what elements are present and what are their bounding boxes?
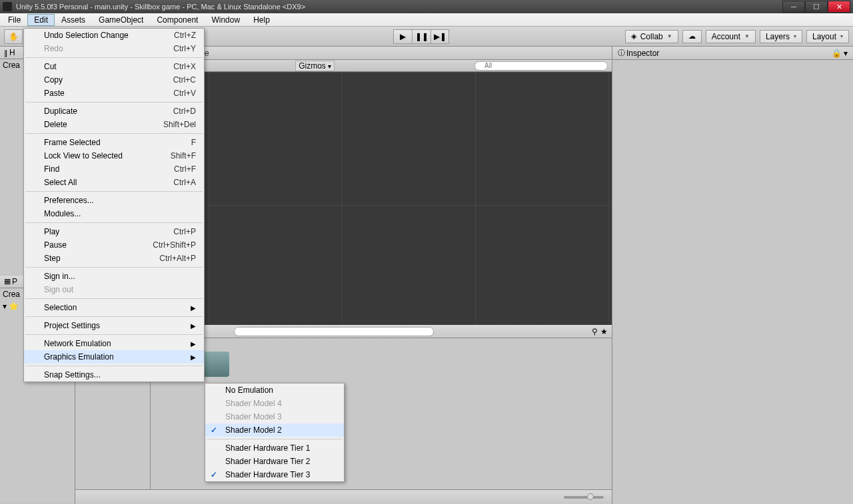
menu-help[interactable]: Help — [247, 14, 277, 26]
menu-assets[interactable]: Assets — [55, 14, 92, 26]
menu-item-network-emulation[interactable]: Network Emulation▶ — [24, 337, 204, 350]
gizmos-dropdown[interactable]: Gizmos ▾ — [295, 61, 334, 71]
edit-dropdown: Undo Selection ChangeCtrl+ZRedoCtrl+YCut… — [23, 28, 205, 382]
project-tab-label: P — [12, 277, 17, 286]
menu-item-paste[interactable]: PasteCtrl+V — [24, 87, 204, 100]
favorite-icon[interactable]: ★ — [600, 327, 608, 336]
inspector-tab[interactable]: ⓘ Inspector🔒 ▾ — [612, 47, 853, 60]
menu-item-pause[interactable]: PauseCtrl+Shift+P — [24, 238, 204, 252]
layers-label: Layers — [766, 32, 790, 41]
cloud-button[interactable]: ☁ — [682, 30, 702, 43]
lock-icon[interactable]: 🔒 ▾ — [832, 49, 848, 58]
close-button[interactable]: ✕ — [828, 1, 850, 13]
pause-button[interactable]: ❚❚ — [412, 29, 430, 44]
graphics-emulation-submenu: No EmulationShader Model 4Shader Model 3… — [205, 383, 345, 482]
inspector-label: Inspector — [626, 49, 659, 58]
menu-edit[interactable]: Edit — [27, 14, 55, 26]
submenu-item-shader-hardware-tier-2[interactable]: Shader Hardware Tier 2 — [205, 455, 344, 468]
menu-item-step[interactable]: StepCtrl+Alt+P — [24, 252, 204, 265]
project-footer — [75, 489, 612, 504]
menu-item-preferences-[interactable]: Preferences... — [24, 194, 204, 207]
hierarchy-tab-label: H — [9, 48, 15, 57]
toolbar-right: ◈ Collab ▼ ☁ Account ▼ Layers ▾ Layout ▾ — [625, 30, 849, 43]
account-label: Account — [712, 32, 740, 41]
menu-item-delete[interactable]: DeleteShift+Del — [24, 118, 204, 131]
menu-item-snap-settings-[interactable]: Snap Settings... — [24, 368, 204, 381]
menu-item-undo-selection-change[interactable]: Undo Selection ChangeCtrl+Z — [24, 29, 204, 42]
account-dropdown[interactable]: Account ▼ — [706, 30, 756, 43]
menu-file[interactable]: File — [1, 14, 27, 26]
menu-item-modules-[interactable]: Modules... — [24, 207, 204, 220]
submenu-item-no-emulation[interactable]: No Emulation — [205, 383, 344, 397]
submenu-item-shader-model-3: Shader Model 3 — [205, 410, 344, 423]
layers-dropdown[interactable]: Layers ▾ — [760, 30, 802, 43]
submenu-item-shader-model-4: Shader Model 4 — [205, 397, 344, 410]
collab-label: Collab — [640, 32, 663, 41]
menu-item-lock-view-to-selected[interactable]: Lock View to SelectedShift+F — [24, 149, 204, 162]
menu-item-project-settings[interactable]: Project Settings▶ — [24, 319, 204, 332]
collab-dropdown[interactable]: ◈ Collab ▼ — [625, 30, 678, 43]
menu-gameobject[interactable]: GameObject — [92, 14, 150, 26]
filter-icon[interactable]: ⚲ — [592, 327, 598, 336]
hand-tool-button[interactable]: ✋ — [4, 29, 23, 44]
menu-item-cut[interactable]: CutCtrl+X — [24, 60, 204, 73]
menu-window[interactable]: Window — [205, 14, 247, 26]
step-button[interactable]: ▶❚ — [430, 29, 449, 44]
menu-item-frame-selected[interactable]: Frame SelectedF — [24, 136, 204, 149]
unity-logo-icon — [3, 2, 12, 11]
slider-thumb[interactable] — [587, 493, 594, 500]
submenu-item-shader-model-2[interactable]: ✓Shader Model 2 — [205, 423, 344, 437]
menu-item-selection[interactable]: Selection▶ — [24, 301, 204, 314]
menu-item-play[interactable]: PlayCtrl+P — [24, 225, 204, 238]
play-controls: ▶ ❚❚ ▶❚ — [393, 29, 449, 44]
minimize-button[interactable]: ─ — [782, 1, 805, 13]
menu-item-sign-out: Sign out — [24, 283, 204, 296]
layout-label: Layout — [812, 32, 836, 41]
inspector-panel: ⓘ Inspector🔒 ▾ — [612, 47, 853, 504]
thumbnail-slider[interactable] — [564, 496, 604, 499]
scene-search-input[interactable] — [474, 61, 608, 71]
submenu-item-shader-hardware-tier-3[interactable]: ✓Shader Hardware Tier 3 — [205, 468, 344, 481]
play-button[interactable]: ▶ — [393, 29, 412, 44]
menu-item-select-all[interactable]: Select AllCtrl+A — [24, 176, 204, 189]
submenu-item-shader-hardware-tier-1[interactable]: Shader Hardware Tier 1 — [205, 441, 344, 455]
menu-item-graphics-emulation[interactable]: Graphics Emulation▶ — [24, 350, 204, 364]
menu-component[interactable]: Component — [150, 14, 205, 26]
menu-item-sign-in-[interactable]: Sign in... — [24, 270, 204, 283]
menu-item-copy[interactable]: CopyCtrl+C — [24, 73, 204, 87]
menubar: File Edit Assets GameObject Component Wi… — [0, 13, 853, 27]
menu-item-duplicate[interactable]: DuplicateCtrl+D — [24, 105, 204, 118]
window-controls: ─ ☐ ✕ — [782, 1, 850, 13]
titlebar: Unity 5.5.0f3 Personal - main.unity - Sk… — [0, 0, 853, 13]
maximize-button[interactable]: ☐ — [805, 1, 828, 13]
layout-dropdown[interactable]: Layout ▾ — [806, 30, 849, 43]
project-search-input[interactable] — [234, 327, 434, 336]
menu-item-redo: RedoCtrl+Y — [24, 42, 204, 55]
window-title: Unity 5.5.0f3 Personal - main.unity - Sk… — [16, 3, 782, 11]
menu-item-find[interactable]: FindCtrl+F — [24, 162, 204, 176]
